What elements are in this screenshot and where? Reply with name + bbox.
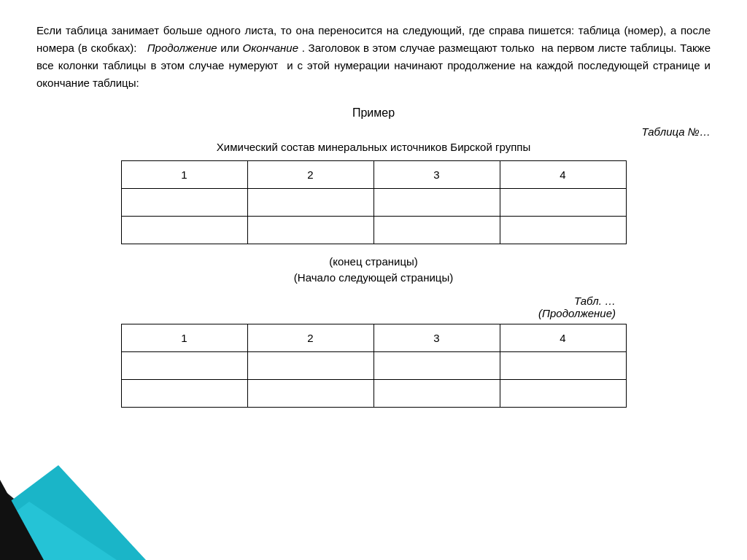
col2-4-header: 4 bbox=[500, 324, 626, 352]
next-page-note: (Начало следующей страницы) bbox=[36, 271, 711, 284]
table-number: Таблица №… bbox=[36, 125, 711, 138]
cell-2-1 bbox=[121, 217, 247, 244]
table-row bbox=[121, 352, 626, 380]
cell2-2-4 bbox=[500, 380, 626, 408]
italic-okonchanie: Окончание bbox=[243, 42, 298, 54]
continuation-label: (Продолжение) bbox=[538, 307, 616, 319]
second-table: 1 2 3 4 bbox=[121, 324, 627, 408]
italic-prodolzhenie: Продолжение bbox=[147, 42, 217, 54]
continuation-info: Табл. … (Продолжение) bbox=[36, 295, 711, 319]
cell-1-1 bbox=[121, 189, 247, 217]
corner-decoration bbox=[0, 443, 160, 560]
cell2-1-2 bbox=[247, 352, 374, 380]
table-row bbox=[121, 380, 626, 408]
cell2-1-3 bbox=[374, 352, 500, 380]
cell2-1-4 bbox=[500, 352, 626, 380]
col-4-header: 4 bbox=[500, 161, 626, 189]
table-header-row: 1 2 3 4 bbox=[121, 161, 626, 189]
end-page-note: (конец страницы) bbox=[36, 255, 711, 268]
col-3-header: 3 bbox=[374, 161, 500, 189]
cell-1-2 bbox=[247, 189, 374, 217]
cell-2-2 bbox=[247, 217, 374, 244]
cell-1-4 bbox=[500, 189, 626, 217]
col-1-header: 1 bbox=[121, 161, 247, 189]
cell2-1-1 bbox=[121, 352, 247, 380]
cell-2-3 bbox=[374, 217, 500, 244]
main-content: Если таблица занимает больше одного лист… bbox=[0, 0, 747, 422]
table-caption: Химический состав минеральных источников… bbox=[36, 141, 711, 153]
table-continuation-label: Табл. … bbox=[574, 295, 616, 307]
col2-1-header: 1 bbox=[121, 324, 247, 352]
col2-2-header: 2 bbox=[247, 324, 374, 352]
table-header-row: 1 2 3 4 bbox=[121, 324, 626, 352]
cell-1-3 bbox=[374, 189, 500, 217]
cell2-2-2 bbox=[247, 380, 374, 408]
cell-2-4 bbox=[500, 217, 626, 244]
table-row bbox=[121, 189, 626, 217]
example-label: Пример bbox=[36, 106, 711, 120]
intro-paragraph: Если таблица занимает больше одного лист… bbox=[36, 22, 711, 92]
first-table: 1 2 3 4 bbox=[121, 160, 627, 244]
col2-3-header: 3 bbox=[374, 324, 500, 352]
col-2-header: 2 bbox=[247, 161, 374, 189]
cell2-2-3 bbox=[374, 380, 500, 408]
table-row bbox=[121, 217, 626, 244]
cell2-2-1 bbox=[121, 380, 247, 408]
